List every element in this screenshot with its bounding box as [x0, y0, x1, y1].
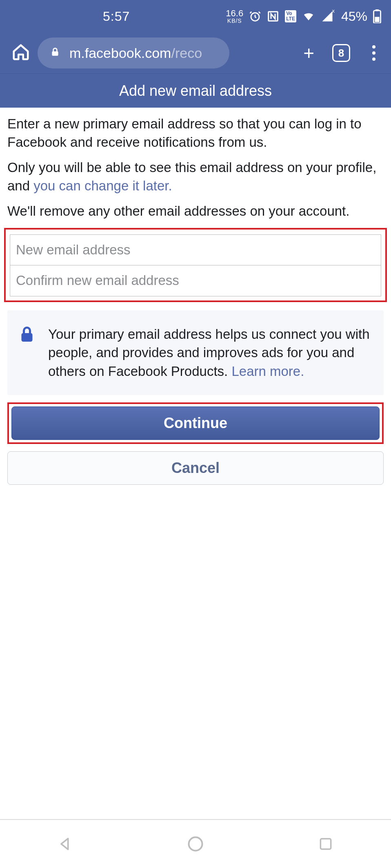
status-time: 5:57 — [103, 9, 130, 24]
continue-button[interactable]: Continue — [11, 406, 380, 440]
intro-text-1: Enter a new primary email address so tha… — [7, 115, 384, 151]
recents-button[interactable] — [313, 832, 338, 856]
cancel-button[interactable]: Cancel — [7, 451, 384, 485]
url-bar[interactable]: m.facebook.com/reco — [38, 38, 229, 68]
battery-icon — [373, 9, 381, 23]
wifi-icon — [302, 10, 315, 22]
tab-count-button[interactable]: 8 — [332, 44, 350, 62]
network-speed: 16.6 KB/S — [226, 9, 243, 24]
url-host: m.facebook.com — [69, 45, 171, 61]
email-fields-highlight — [4, 228, 387, 302]
signal-icon: x — [321, 10, 334, 22]
lock-icon — [50, 45, 60, 61]
overflow-menu-button[interactable] — [368, 44, 380, 62]
home-icon[interactable] — [11, 43, 30, 63]
change-later-link[interactable]: you can change it later. — [33, 178, 172, 193]
info-box: Your primary email address helps us conn… — [7, 310, 384, 395]
main-content: Enter a new primary email address so tha… — [0, 108, 391, 485]
android-nav-bar — [0, 819, 391, 868]
page-title: Add new email address — [0, 73, 391, 108]
battery-percent: 45% — [341, 9, 367, 24]
privacy-lock-icon — [20, 325, 37, 381]
new-email-input[interactable] — [10, 234, 381, 265]
svg-rect-5 — [52, 51, 58, 55]
status-bar: 5:57 16.6 KB/S VoLTE x 45% — [0, 0, 391, 33]
svg-rect-6 — [22, 333, 33, 342]
intro-text-3: We'll remove any other email addresses o… — [7, 202, 384, 221]
browser-toolbar: m.facebook.com/reco + 8 — [0, 33, 391, 73]
svg-rect-3 — [375, 9, 379, 11]
svg-rect-8 — [321, 839, 331, 849]
alarm-icon — [249, 10, 261, 22]
volte-icon: VoLTE — [285, 10, 296, 22]
learn-more-link[interactable]: Learn more. — [231, 364, 304, 379]
new-tab-button[interactable]: + — [303, 44, 314, 62]
intro-text-2: Only you will be able to see this email … — [7, 159, 384, 195]
nfc-icon — [267, 10, 279, 22]
info-text: Your primary email address helps us conn… — [48, 327, 370, 379]
url-path: /reco — [171, 45, 202, 61]
svg-point-7 — [189, 837, 202, 851]
svg-rect-4 — [375, 17, 379, 22]
confirm-email-input[interactable] — [10, 265, 381, 296]
back-button[interactable] — [53, 832, 78, 856]
continue-highlight: Continue — [7, 402, 384, 444]
home-button[interactable] — [183, 832, 208, 856]
